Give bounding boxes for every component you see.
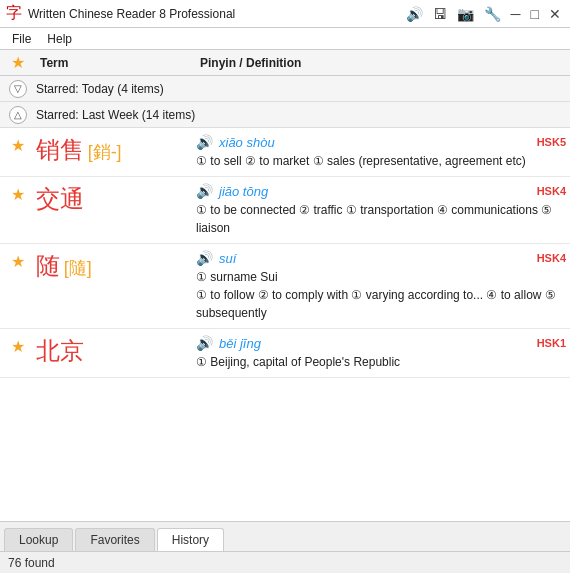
def-text-jiaotong: ① to be connected ② traffic ① transporta… bbox=[196, 201, 566, 237]
def-text-xiaoshou: ① to sell ② to market ① sales (represent… bbox=[196, 152, 566, 170]
app-icon: 字 bbox=[6, 3, 22, 24]
entry-xiaoshou: ★ 销售 [銷-] 🔊 xiāo shòu HSK5 ① to sell ② t… bbox=[0, 128, 570, 177]
def-text-sui: ① surname Sui① to follow ② to comply wit… bbox=[196, 268, 566, 322]
tab-favorites[interactable]: Favorites bbox=[75, 528, 154, 551]
table-header: ★ Term Pinyin / Definition bbox=[0, 50, 570, 76]
pinyin-row-xiaoshou: 🔊 xiāo shòu HSK5 bbox=[196, 134, 566, 150]
simplified-jiaotong: 交通 bbox=[36, 185, 84, 214]
def-text-beijing: ① Beijing, capital of People's Republic bbox=[196, 353, 566, 371]
sound-control-icon[interactable]: 🔊 bbox=[403, 6, 426, 22]
menu-file[interactable]: File bbox=[4, 30, 39, 48]
term-xiaoshou: 销售 [銷-] bbox=[36, 134, 196, 165]
status-bar: 76 found bbox=[0, 551, 570, 573]
group-today[interactable]: ▽ Starred: Today (4 items) bbox=[0, 76, 570, 102]
definition-xiaoshou: 🔊 xiāo shòu HSK5 ① to sell ② to market ①… bbox=[196, 134, 570, 170]
entry-jiaotong: ★ 交通 🔊 jiāo tōng HSK4 ① to be connected … bbox=[0, 177, 570, 244]
simplified-sui: 随 bbox=[36, 252, 60, 279]
pinyin-sui: suí bbox=[219, 251, 236, 266]
group-lastweek[interactable]: △ Starred: Last Week (14 items) bbox=[0, 102, 570, 128]
definition-jiaotong: 🔊 jiāo tōng HSK4 ① to be connected ② tra… bbox=[196, 183, 570, 237]
simplified-xiaoshou: 销售 bbox=[36, 136, 84, 163]
tab-history[interactable]: History bbox=[157, 528, 224, 552]
hsk-beijing: HSK1 bbox=[537, 337, 566, 349]
collapse-lastweek-icon[interactable]: △ bbox=[4, 106, 32, 124]
sound-xiaoshou[interactable]: 🔊 bbox=[196, 134, 213, 150]
star-sui[interactable]: ★ bbox=[0, 250, 36, 271]
collapse-today-button[interactable]: ▽ bbox=[9, 80, 27, 98]
group-today-label: Starred: Today (4 items) bbox=[36, 82, 164, 96]
save-icon[interactable]: 🖫 bbox=[430, 6, 450, 22]
entry-beijing: ★ 北京 🔊 běi jīng HSK1 ① Beijing, capital … bbox=[0, 329, 570, 378]
hsk-xiaoshou: HSK5 bbox=[537, 136, 566, 148]
main-area: ★ Term Pinyin / Definition ▽ Starred: To… bbox=[0, 50, 570, 573]
definition-sui: 🔊 suí HSK4 ① surname Sui① to follow ② to… bbox=[196, 250, 570, 322]
app-title: Written Chinese Reader 8 Professional bbox=[28, 7, 403, 21]
sound-beijing[interactable]: 🔊 bbox=[196, 335, 213, 351]
star-xiaoshou[interactable]: ★ bbox=[0, 134, 36, 155]
pinyin-beijing: běi jīng bbox=[219, 336, 261, 351]
entry-sui: ★ 随 [隨] 🔊 suí HSK4 ① surname Sui① to fol… bbox=[0, 244, 570, 329]
term-sui: 随 [隨] bbox=[36, 250, 196, 281]
status-text: 76 found bbox=[8, 556, 55, 570]
menu-bar: File Help bbox=[0, 28, 570, 50]
hsk-jiaotong: HSK4 bbox=[537, 185, 566, 197]
window-controls: 🔊 🖫 📷 🔧 ─ □ ✕ bbox=[403, 6, 564, 22]
minimize-button[interactable]: ─ bbox=[508, 6, 524, 22]
settings-icon[interactable]: 🔧 bbox=[481, 6, 504, 22]
group-lastweek-label: Starred: Last Week (14 items) bbox=[36, 108, 195, 122]
simplified-beijing: 北京 bbox=[36, 337, 84, 366]
definition-beijing: 🔊 běi jīng HSK1 ① Beijing, capital of Pe… bbox=[196, 335, 570, 371]
pinyin-row-sui: 🔊 suí HSK4 bbox=[196, 250, 566, 266]
title-bar: 字 Written Chinese Reader 8 Professional … bbox=[0, 0, 570, 28]
hsk-sui: HSK4 bbox=[537, 252, 566, 264]
sound-sui[interactable]: 🔊 bbox=[196, 250, 213, 266]
pinyin-xiaoshou: xiāo shòu bbox=[219, 135, 275, 150]
pinyin-jiaotong: jiāo tōng bbox=[219, 184, 268, 199]
camera-icon[interactable]: 📷 bbox=[454, 6, 477, 22]
header-term: Term bbox=[36, 56, 196, 70]
sound-jiaotong[interactable]: 🔊 bbox=[196, 183, 213, 199]
list-content[interactable]: ▽ Starred: Today (4 items) △ Starred: La… bbox=[0, 76, 570, 521]
maximize-button[interactable]: □ bbox=[528, 6, 542, 22]
term-jiaotong: 交通 bbox=[36, 183, 196, 214]
tab-lookup[interactable]: Lookup bbox=[4, 528, 73, 551]
collapse-today-icon[interactable]: ▽ bbox=[4, 80, 32, 98]
menu-help[interactable]: Help bbox=[39, 30, 80, 48]
close-button[interactable]: ✕ bbox=[546, 6, 564, 22]
term-beijing: 北京 bbox=[36, 335, 196, 366]
collapse-lastweek-button[interactable]: △ bbox=[9, 106, 27, 124]
traditional-sui: [隨] bbox=[64, 258, 92, 278]
traditional-xiaoshou: [銷-] bbox=[88, 142, 122, 162]
tab-bar: Lookup Favorites History bbox=[0, 521, 570, 551]
star-jiaotong[interactable]: ★ bbox=[0, 183, 36, 204]
pinyin-row-beijing: 🔊 běi jīng HSK1 bbox=[196, 335, 566, 351]
pinyin-row-jiaotong: 🔊 jiāo tōng HSK4 bbox=[196, 183, 566, 199]
header-pinyin: Pinyin / Definition bbox=[196, 56, 554, 70]
list-area: ▽ Starred: Today (4 items) △ Starred: La… bbox=[0, 76, 570, 521]
star-beijing[interactable]: ★ bbox=[0, 335, 36, 356]
header-star: ★ bbox=[0, 53, 36, 72]
